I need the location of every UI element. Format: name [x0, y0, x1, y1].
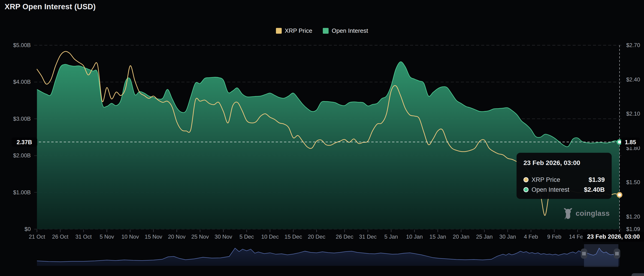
x-axis-label: 30 Nov [214, 234, 232, 240]
left-axis-label: $3.00B [3, 116, 31, 122]
x-axis-label: 5 Nov [100, 234, 114, 240]
price-axis-line-badge: 1.85 [621, 138, 640, 147]
xrp-price-dot-icon [524, 177, 528, 182]
tooltip-label-open-interest: Open Interest [532, 186, 570, 193]
navigator-area[interactable] [37, 248, 620, 266]
right-axis-label: $2.40 [626, 76, 640, 83]
left-axis-label: $0 [3, 226, 31, 232]
tooltip-label-xrp-price: XRP Price [532, 176, 560, 184]
left-axis-label: $4.00B [3, 79, 31, 85]
tooltip-rows: XRP Price $1.39 Open Interest $2.40B [524, 176, 605, 193]
right-axis-label: $2.70 [626, 42, 640, 48]
chart-root: XRP Open Interest (USD) XRP Price Open I… [0, 0, 644, 276]
x-axis-label: 26 Oct [52, 234, 68, 240]
x-axis-label: 10 Dec [261, 234, 279, 240]
left-axis-label: $1.00B [3, 189, 31, 196]
open-interest-last-value-badge: 2.37B [12, 138, 37, 147]
x-axis-label: 20 Nov [168, 234, 186, 240]
x-axis-label: 25 Nov [191, 234, 209, 240]
x-axis-label: 10 Nov [122, 234, 139, 240]
right-axis-label: $1.09 [626, 226, 640, 232]
right-axis-label: $1.50 [626, 179, 640, 186]
x-axis-label: 30 Jan [500, 234, 516, 240]
x-axis-label: 20 Dec [308, 234, 325, 240]
x-axis-label: 31 Dec [359, 234, 376, 240]
x-axis-label: 5 Dec [240, 234, 254, 240]
coinglass-brand-text: coinglass [576, 209, 610, 218]
chart-tooltip: 23 Feb 2026, 03:00 XRP Price $1.39 Open … [516, 153, 612, 199]
x-axis-label: 26 Dec [336, 234, 353, 240]
x-axis-label: 5 Jan [384, 234, 398, 240]
tooltip-date: 23 Feb 2026, 03:00 [524, 159, 605, 167]
tooltip-row-xrp-price: XRP Price $1.39 [524, 176, 605, 184]
coinglass-watermark: coinglass [563, 208, 610, 220]
coinglass-bull-icon [563, 208, 573, 220]
tooltip-value-open-interest: $2.40B [584, 186, 605, 193]
x-axis-label: 9 Feb [547, 234, 561, 240]
x-axis-label: 31 Oct [75, 234, 92, 240]
x-axis-label: 15 Dec [284, 234, 302, 240]
tooltip-value-xrp-price: $1.39 [588, 176, 605, 184]
crosshair-date-badge: 23 Feb 2026, 03:00 [582, 232, 644, 242]
navigator-selected-window[interactable] [584, 244, 618, 267]
plot-hover-area[interactable] [37, 45, 620, 229]
scroll-corner [632, 273, 644, 276]
x-axis-label: 15 Nov [145, 234, 162, 240]
x-axis-label: 4 Feb [524, 234, 538, 240]
x-axis-label: 25 Jan [476, 234, 493, 240]
right-axis-label: $1.20 [626, 214, 640, 220]
left-axis-label: $2.00B [3, 152, 31, 159]
x-axis-label: 20 Jan [453, 234, 470, 240]
open-interest-dot-icon [524, 187, 528, 192]
navigator-handle-right[interactable] [614, 249, 620, 259]
x-axis-label: 10 Jan [406, 234, 423, 240]
tooltip-row-open-interest: Open Interest $2.40B [524, 186, 605, 193]
x-axis-label: 21 Oct [29, 234, 45, 240]
right-axis-label: $2.10 [626, 111, 640, 117]
navigator-handle-left[interactable] [581, 249, 587, 259]
x-axis-label: 15 Jan [430, 234, 446, 240]
left-axis-label: $5.00B [3, 42, 31, 48]
